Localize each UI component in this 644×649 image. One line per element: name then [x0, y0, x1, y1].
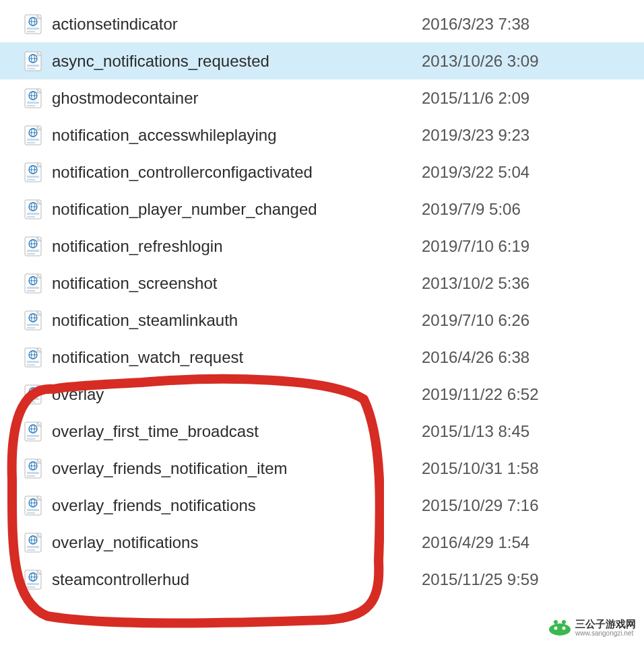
svg-rect-59: [27, 364, 35, 366]
svg-rect-16: [27, 102, 39, 104]
svg-rect-70: [27, 435, 39, 437]
file-name: notification_screenshot: [52, 274, 422, 293]
html-file-icon: [24, 458, 42, 479]
svg-point-97: [554, 620, 558, 624]
svg-rect-17: [27, 105, 35, 106]
file-date: 2015/10/31 1:58: [422, 459, 631, 478]
svg-rect-47: [27, 290, 35, 292]
svg-rect-4: [27, 28, 39, 30]
file-name: notification_player_number_changed: [52, 200, 422, 219]
html-file-icon: [24, 162, 42, 183]
file-row-overlay_friends_notification_item[interactable]: overlay_friends_notification_item2015/10…: [0, 450, 644, 487]
file-name: overlay_notifications: [52, 533, 422, 552]
html-file-icon: [24, 88, 42, 109]
svg-rect-41: [27, 253, 35, 254]
file-row-overlay_first_time_broadcast[interactable]: overlay_first_time_broadcast2015/1/13 8:…: [0, 413, 644, 450]
svg-rect-65: [27, 401, 35, 403]
file-date: 2019/7/9 5:06: [422, 200, 631, 219]
svg-rect-22: [27, 139, 39, 141]
file-date: 2016/4/29 1:54: [422, 533, 631, 552]
file-date: 2013/10/26 3:09: [422, 52, 631, 71]
svg-rect-83: [27, 512, 35, 514]
svg-rect-34: [27, 213, 39, 215]
svg-rect-23: [27, 142, 35, 143]
file-date: 2019/7/10 6:19: [422, 237, 631, 256]
file-name: steamcontrollerhud: [52, 570, 422, 589]
file-row-notification_refreshlogin[interactable]: notification_refreshlogin2019/7/10 6:19: [0, 228, 644, 265]
html-file-icon: [24, 199, 42, 220]
svg-rect-40: [27, 250, 39, 252]
file-row-overlay_friends_notifications[interactable]: overlay_friends_notifications2015/10/29 …: [0, 487, 644, 524]
html-file-icon: [24, 125, 42, 146]
file-row-ghostmodecontainer[interactable]: ghostmodecontainer2015/11/6 2:09: [0, 79, 644, 116]
svg-rect-89: [27, 549, 35, 551]
svg-rect-71: [27, 438, 35, 440]
file-date: 2015/10/29 7:16: [422, 496, 631, 515]
html-file-icon: [24, 421, 42, 442]
file-date: 2016/4/26 6:38: [422, 348, 631, 367]
file-date: 2019/3/22 5:04: [422, 163, 631, 182]
svg-rect-29: [27, 179, 35, 180]
svg-rect-35: [27, 216, 35, 217]
file-date: 2015/11/6 2:09: [422, 89, 631, 108]
file-date: 2015/11/25 9:59: [422, 570, 631, 589]
svg-rect-52: [27, 324, 39, 326]
file-name: overlay_friends_notification_item: [52, 459, 422, 478]
file-row-notification_steamlinkauth[interactable]: notification_steamlinkauth2019/7/10 6:26: [0, 302, 644, 339]
svg-point-99: [554, 627, 558, 630]
file-name: notification_steamlinkauth: [52, 311, 422, 330]
svg-point-98: [562, 620, 566, 624]
file-row-overlay_notifications[interactable]: overlay_notifications2016/4/29 1:54: [0, 524, 644, 561]
html-file-icon: [24, 532, 42, 553]
svg-rect-10: [27, 65, 39, 67]
file-row-steamcontrollerhud[interactable]: steamcontrollerhud2015/11/25 9:59: [0, 561, 644, 598]
file-name: notification_controllerconfigactivated: [52, 163, 422, 182]
svg-rect-77: [27, 475, 35, 477]
file-row-overlay[interactable]: overlay2019/11/22 6:52: [0, 376, 644, 413]
file-row-notification_screenshot[interactable]: notification_screenshot2013/10/2 5:36: [0, 265, 644, 302]
file-name: notification_refreshlogin: [52, 237, 422, 256]
file-name: ghostmodecontainer: [52, 89, 422, 108]
svg-rect-76: [27, 472, 39, 474]
html-file-icon: [24, 347, 42, 368]
svg-rect-5: [27, 31, 35, 32]
html-file-icon: [24, 384, 42, 405]
file-row-notification_controllerconfigactivated[interactable]: notification_controllerconfigactivated20…: [0, 153, 644, 191]
file-date: 2019/3/23 9:23: [422, 126, 631, 145]
watermark-url: www.sangongzi.net: [575, 629, 636, 637]
file-name: overlay_first_time_broadcast: [52, 422, 422, 441]
svg-rect-64: [27, 398, 39, 400]
file-row-notification_watch_request[interactable]: notification_watch_request2016/4/26 6:38: [0, 339, 644, 376]
file-date: 2019/7/10 6:26: [422, 311, 631, 330]
svg-rect-88: [27, 546, 39, 548]
html-file-icon: [24, 13, 42, 35]
svg-rect-28: [27, 176, 39, 178]
html-file-icon: [24, 236, 42, 257]
watermark: 三公子游戏网 www.sangongzi.net: [548, 619, 636, 638]
file-row-notification_accesswhileplaying[interactable]: notification_accesswhileplaying2019/3/23…: [0, 116, 644, 153]
file-name: async_notifications_requested: [52, 52, 422, 71]
file-row-notification_player_number_changed[interactable]: notification_player_number_changed2019/7…: [0, 191, 644, 228]
html-file-icon: [24, 273, 42, 294]
file-name: overlay: [52, 385, 422, 404]
file-row-async_notifications_requested[interactable]: async_notifications_requested2013/10/26 …: [0, 42, 644, 79]
file-date: 2019/11/22 6:52: [422, 385, 631, 404]
file-name: notification_watch_request: [52, 348, 422, 367]
svg-rect-82: [27, 509, 39, 511]
svg-rect-46: [27, 287, 39, 289]
html-file-icon: [24, 569, 42, 590]
html-file-icon: [24, 310, 42, 331]
html-file-icon: [24, 495, 42, 516]
file-name: overlay_friends_notifications: [52, 496, 422, 515]
file-date: 2015/1/13 8:45: [422, 422, 631, 441]
file-name: notification_accesswhileplaying: [52, 126, 422, 145]
file-date: 2013/10/2 5:36: [422, 274, 631, 293]
svg-rect-11: [27, 68, 35, 69]
watermark-logo-icon: [548, 619, 571, 636]
file-date: 2016/3/23 7:38: [422, 15, 631, 34]
svg-point-96: [549, 623, 571, 636]
svg-point-100: [562, 627, 566, 630]
svg-rect-58: [27, 361, 39, 363]
svg-rect-53: [27, 327, 35, 329]
file-row-actionsetindicator[interactable]: actionsetindicator2016/3/23 7:38: [0, 5, 644, 42]
